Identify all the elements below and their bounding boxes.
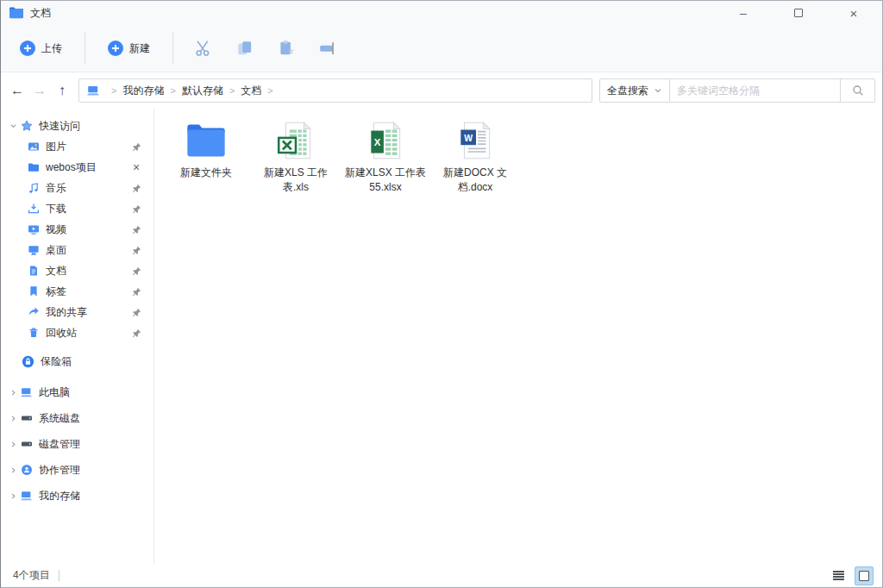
sidebar-item-my-storage[interactable]: 我的存储 [1,483,153,509]
file-list-area[interactable]: 新建文件夹 [154,109,882,564]
search-input[interactable] [670,78,841,103]
chevron-right-icon[interactable] [6,492,20,500]
sidebar-section-quick-access[interactable]: 快速访问 [1,116,153,136]
sidebar-item-desktop[interactable]: 桌面 [1,240,153,260]
docx-file-icon: W [451,119,499,162]
search-scope-dropdown[interactable]: 全盘搜索 [599,78,670,103]
window-controls: – × [723,2,874,24]
chevron-right-icon[interactable] [6,441,20,448]
chevron-down-icon[interactable] [6,122,20,130]
paste-button[interactable] [272,34,301,63]
bookmark-icon [27,285,40,298]
sidebar: 快速访问 图片 webos项目 × [1,109,154,564]
svg-text:X: X [374,137,381,147]
sidebar-item-my-shares[interactable]: 我的共享 [1,302,153,322]
pin-icon[interactable] [131,183,141,193]
sidebar-item-recycle-bin[interactable]: 回收站 [1,322,153,343]
close-button[interactable]: × [834,2,874,24]
music-icon [27,182,40,195]
sidebar-item-collaboration[interactable]: 协作管理 [1,457,153,483]
breadcrumb-item-my-storage[interactable]: 我的存储 [122,84,164,98]
storage-computer-icon [20,490,33,503]
sidebar-item-webos-project[interactable]: webos项目 × [1,157,153,178]
pin-icon[interactable] [131,307,141,317]
sidebar-item-label: 视频 [46,222,131,237]
cut-button[interactable] [189,34,218,63]
sidebar-item-videos[interactable]: 视频 [1,219,153,240]
sidebar-item-label: 桌面 [46,243,131,258]
list-view-button[interactable] [829,566,848,585]
new-button[interactable]: 新建 [101,35,157,61]
breadcrumb-item-documents[interactable]: 文档 [241,84,261,98]
sidebar-item-label: 音乐 [46,181,131,196]
titlebar: 文档 – × [1,1,882,25]
pin-icon[interactable] [131,266,141,276]
sidebar-item-label: 此电脑 [39,385,141,400]
upload-button[interactable]: 上传 [13,35,69,61]
pin-icon[interactable] [131,286,141,297]
forward-button[interactable]: → [28,79,51,102]
back-button[interactable]: ← [6,79,28,102]
chevron-right-icon[interactable] [6,415,20,422]
pin-icon[interactable] [131,141,141,152]
copy-button[interactable] [230,34,260,63]
move-button[interactable] [313,34,342,63]
maximize-button[interactable] [779,2,818,24]
disk-icon [20,438,33,451]
view-toggle [829,566,874,585]
file-item-new-folder[interactable]: 新建文件夹 [163,116,249,180]
file-item-xlsx[interactable]: X 新建XLSX 工作表55.xlsx [342,116,429,196]
window-chrome: 文档 – × 上传 新建 [1,1,882,72]
file-name: 新建文件夹 [180,166,232,180]
pin-icon[interactable] [131,203,141,214]
grid-view-icon [859,571,869,581]
search-group: 全盘搜索 [599,78,875,103]
svg-text:W: W [464,134,473,143]
breadcrumb-separator: > [267,85,272,96]
plus-circle-icon [20,41,35,56]
sidebar-item-music[interactable]: 音乐 [1,178,153,198]
pin-icon[interactable] [131,224,141,235]
computer-icon [20,386,33,399]
sidebar-item-documents[interactable]: 文档 [1,260,153,281]
pin-icon[interactable] [131,328,141,338]
chevron-right-icon[interactable] [6,389,20,397]
minimize-button[interactable]: – [723,2,763,24]
file-item-docx[interactable]: W 新建DOCX 文档.docx [432,116,518,196]
breadcrumb-item-default-storage[interactable]: 默认存储 [182,84,223,98]
cut-icon [194,39,213,58]
sidebar-item-downloads[interactable]: 下载 [1,198,153,219]
search-scope-label: 全盘搜索 [607,84,648,98]
pin-icon[interactable] [131,245,141,255]
sidebar-item-tags[interactable]: 标签 [1,281,153,302]
share-icon [27,306,40,319]
grid-view-button[interactable] [855,566,874,585]
sidebar-item-label: 回收站 [46,326,131,341]
remove-icon[interactable]: × [131,162,141,172]
window-title: 文档 [30,6,51,21]
copy-icon [235,39,254,58]
breadcrumb[interactable]: > 我的存储 > 默认存储 > 文档 > [78,78,592,103]
sidebar-item-vault[interactable]: 保险箱 [1,348,153,374]
sidebar-item-label: 下载 [46,202,131,216]
up-button[interactable]: ↑ [51,79,73,102]
sidebar-item-pictures[interactable]: 图片 [1,136,153,157]
folder-icon [27,161,40,174]
new-button-label: 新建 [129,41,150,56]
chevron-right-icon[interactable] [6,466,20,474]
chevron-down-icon [654,86,662,95]
magnifier-icon [852,84,864,97]
breadcrumb-separator: > [229,85,235,96]
plus-circle-icon [108,41,123,56]
search-button[interactable] [841,78,875,103]
sidebar-item-label: 我的存储 [39,489,141,504]
image-icon [27,141,40,153]
sidebar-item-disk-management[interactable]: 磁盘管理 [1,431,153,457]
sidebar-item-this-pc[interactable]: 此电脑 [1,379,153,405]
sidebar-item-system-disk[interactable]: 系统磁盘 [1,405,153,431]
file-item-xls[interactable]: 新建XLS 工作表.xls [253,116,339,196]
file-manager-window: 文档 – × 上传 新建 [0,0,883,588]
paste-icon [277,39,296,58]
status-left: 4个项目 [13,568,59,583]
xlsx-file-icon: X [361,119,410,162]
